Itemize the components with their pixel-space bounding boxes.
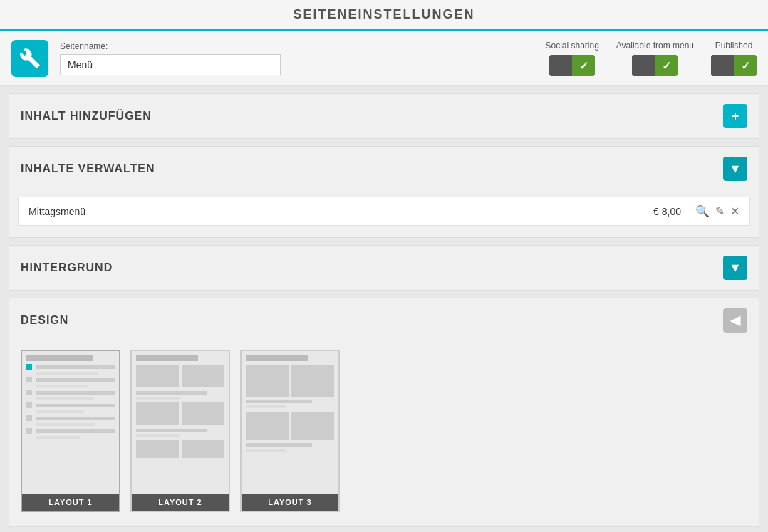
layout-1-label: LAYOUT 1	[22, 494, 119, 511]
toggle-dark-side	[711, 55, 734, 76]
inhalte-verwalten-button[interactable]: ▼	[723, 157, 747, 181]
content-item-actions: 🔍 ✎ ✕	[695, 204, 740, 218]
layout-2-preview	[132, 351, 229, 494]
published-toggle[interactable]: ✓	[711, 55, 757, 76]
search-action-icon[interactable]: 🔍	[695, 204, 710, 218]
page-name-section: Seitenname:	[60, 41, 281, 75]
page-name-input[interactable]	[60, 54, 281, 75]
title-bar: SEITENEINSTELLUNGEN	[0, 0, 768, 31]
layout-2-thumb[interactable]: LAYOUT 2	[130, 350, 230, 512]
available-from-menu-label: Available from menu	[616, 41, 694, 51]
hintergrund-section: HINTERGRUND ▼	[9, 245, 759, 291]
content-item: Mittagsmenü € 8,00 🔍 ✎ ✕	[18, 197, 750, 226]
inhalt-hinzufuegen-title: INHALT HINZUFÜGEN	[21, 110, 152, 122]
content-item-name: Mittagsmenü	[28, 206, 653, 217]
published-label: Published	[715, 41, 753, 51]
check-icon: ✓	[662, 59, 671, 73]
edit-action-icon[interactable]: ✎	[715, 204, 725, 218]
design-button[interactable]: ◀	[723, 308, 747, 333]
wrench-icon	[19, 48, 41, 69]
design-section: DESIGN ◀	[9, 298, 759, 527]
page-name-label: Seitenname:	[60, 41, 281, 51]
check-icon: ✓	[741, 59, 750, 73]
layout-2-label: LAYOUT 2	[132, 494, 229, 511]
layout-3-label: LAYOUT 3	[242, 494, 338, 511]
toggle-green-side: ✓	[572, 55, 595, 76]
inhalte-verwalten-section: INHALTE VERWALTEN ▼ Mittagsmenü € 8,00 🔍…	[9, 146, 759, 238]
inhalt-hinzufuegen-header: INHALT HINZUFÜGEN +	[9, 94, 759, 138]
social-sharing-label: Social sharing	[545, 41, 598, 51]
main-content: INHALT HINZUFÜGEN + INHALTE VERWALTEN ▼ …	[0, 93, 768, 532]
available-from-menu-toggle[interactable]: ✓	[632, 55, 678, 76]
toggles-section: Social sharing ✓ Available from menu ✓ P…	[545, 41, 757, 76]
hintergrund-title: HINTERGRUND	[21, 261, 113, 274]
delete-action-icon[interactable]: ✕	[730, 204, 740, 218]
inhalte-verwalten-header: INHALTE VERWALTEN ▼	[9, 147, 759, 191]
logo-icon	[11, 40, 48, 77]
toggle-dark-side	[632, 55, 655, 76]
layout-3-thumb[interactable]: LAYOUT 3	[240, 350, 340, 512]
layout-1-thumb[interactable]: LAYOUT 1	[21, 350, 120, 512]
layout-1-preview	[22, 351, 119, 494]
toggle-dark-side	[549, 55, 572, 76]
inhalte-verwalten-title: INHALTE VERWALTEN	[21, 162, 155, 175]
content-item-price: € 8,00	[653, 206, 681, 217]
page-settings-header: Seitenname: Social sharing ✓ Available f…	[0, 31, 768, 86]
check-icon: ✓	[579, 59, 588, 73]
published-toggle-group: Published ✓	[711, 41, 757, 76]
inhalt-hinzufuegen-button[interactable]: +	[723, 104, 747, 128]
design-header: DESIGN ◀	[9, 298, 759, 343]
hintergrund-header: HINTERGRUND ▼	[9, 246, 759, 290]
available-from-menu-toggle-group: Available from menu ✓	[616, 41, 694, 76]
layout-3-preview	[242, 351, 338, 494]
design-title: DESIGN	[21, 314, 68, 327]
hintergrund-button[interactable]: ▼	[723, 256, 747, 280]
social-sharing-toggle-group: Social sharing ✓	[545, 41, 598, 76]
page-title: SEITENEINSTELLUNGEN	[0, 7, 768, 22]
inhalt-hinzufuegen-section: INHALT HINZUFÜGEN +	[9, 93, 759, 139]
toggle-green-side: ✓	[655, 55, 678, 76]
social-sharing-toggle[interactable]: ✓	[549, 55, 595, 76]
layouts-container: LAYOUT 1	[9, 343, 759, 526]
toggle-green-side: ✓	[734, 55, 757, 76]
